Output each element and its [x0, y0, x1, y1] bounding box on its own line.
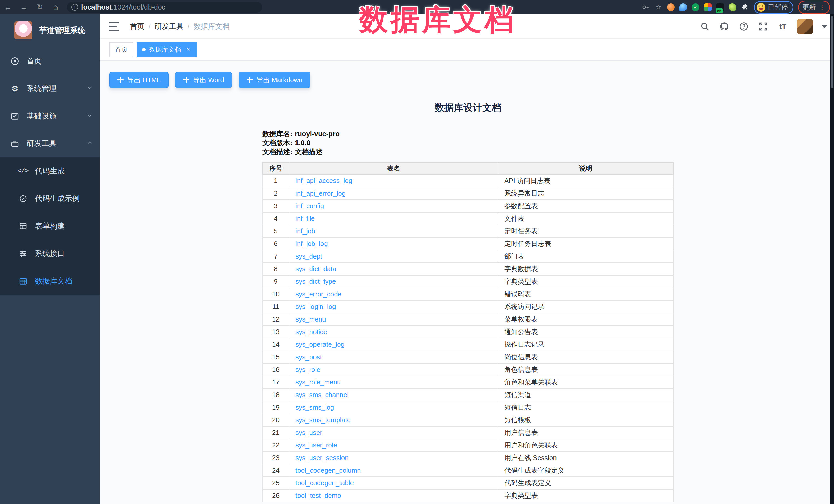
table-link[interactable]: sys_sms_log [295, 403, 334, 411]
row-index-cell: 22 [263, 439, 289, 452]
sidebar-item-dev-tools[interactable]: 研发工具 [0, 130, 100, 157]
table-link[interactable]: tool_codegen_table [295, 479, 354, 487]
table-link[interactable]: inf_api_access_log [295, 177, 352, 184]
row-index-cell: 8 [263, 263, 289, 275]
table-row: 2inf_api_error_log系统异常日志 [263, 187, 674, 200]
table-name-cell: inf_api_access_log [289, 175, 498, 187]
bookmark-star-icon[interactable]: ☆ [654, 3, 662, 11]
tag-home[interactable]: 首页 [109, 42, 133, 57]
extension-icon[interactable] [679, 3, 687, 11]
table-name-cell: sys_role_menu [289, 376, 498, 389]
export-word-button[interactable]: 导出 Word [175, 72, 232, 88]
extension-icon[interactable] [667, 3, 675, 11]
search-icon[interactable] [699, 21, 710, 32]
user-menu-caret-icon[interactable] [822, 25, 827, 28]
table-link[interactable]: sys_dict_data [295, 265, 336, 273]
sidebar-item-form-builder[interactable]: 表单构建 [0, 212, 100, 240]
home-icon[interactable]: ⌂ [48, 0, 64, 15]
table-name-cell: inf_api_error_log [289, 187, 498, 200]
tags-view: 首页 数据库文档 [100, 39, 834, 61]
col-desc-header: 说明 [498, 162, 674, 175]
sidebar-item-label: 研发工具 [27, 138, 57, 149]
breadcrumb: 首页 研发工具 数据库文档 [130, 22, 230, 31]
user-avatar[interactable] [797, 19, 813, 35]
chrome-menu-icon[interactable]: ⋮ [819, 5, 826, 10]
extensions-puzzle-icon[interactable] [741, 3, 749, 11]
table-link[interactable]: sys_login_log [295, 303, 336, 310]
address-bar[interactable]: i localhost:1024/tool/db-doc [67, 2, 262, 13]
table-link[interactable]: sys_menu [295, 315, 326, 323]
row-index-cell: 9 [263, 275, 289, 288]
key-icon[interactable] [641, 3, 650, 11]
extension-icon[interactable]: ✓ [692, 3, 699, 11]
sidebar-item-infrastructure[interactable]: 基础设施 [0, 102, 100, 130]
export-html-button[interactable]: 导出 HTML [109, 72, 169, 88]
row-index-cell: 19 [263, 401, 289, 414]
table-link[interactable]: sys_dict_type [295, 278, 336, 285]
site-info-icon[interactable]: i [71, 4, 78, 10]
row-index-cell: 4 [263, 212, 289, 225]
table-link[interactable]: tool_codegen_column [295, 466, 361, 474]
table-link[interactable]: sys_post [295, 353, 322, 361]
row-index-cell: 20 [263, 414, 289, 426]
extension-icon[interactable]: on [716, 3, 724, 11]
table-desc-cell: 系统访问记录 [498, 301, 674, 313]
table-link[interactable]: inf_api_error_log [295, 190, 346, 197]
extension-icon[interactable] [704, 3, 712, 11]
table-link[interactable]: inf_config [295, 202, 324, 210]
table-row: 13sys_notice通知公告表 [263, 326, 674, 338]
tag-db-doc[interactable]: 数据库文档 [137, 42, 197, 57]
table-desc-cell: 角色信息表 [498, 364, 674, 376]
table-link[interactable]: sys_sms_template [295, 416, 351, 424]
table-name-cell: inf_job [289, 225, 498, 238]
row-index-cell: 23 [263, 452, 289, 464]
table-link[interactable]: sys_operate_log [295, 341, 345, 348]
table-link[interactable]: sys_user [295, 429, 322, 436]
table-link[interactable]: inf_job_log [295, 240, 328, 247]
table-row: 14sys_operate_log操作日志记录 [263, 338, 674, 351]
chevron-up-icon [87, 140, 92, 146]
forward-icon[interactable]: → [16, 0, 32, 15]
table-row: 23sys_user_session用户在线 Session [263, 452, 674, 464]
update-chip[interactable]: 更新 ⋮ [798, 1, 830, 14]
sidebar-item-home[interactable]: 首页 [0, 47, 100, 75]
table-link[interactable]: sys_user_role [295, 441, 337, 449]
browser-scrollbar[interactable] [830, 15, 834, 504]
table-link[interactable]: sys_notice [295, 328, 327, 336]
table-link[interactable]: tool_test_demo [295, 492, 341, 499]
fullscreen-icon[interactable] [758, 21, 769, 32]
back-icon[interactable]: ← [0, 0, 16, 15]
close-icon[interactable] [184, 46, 192, 53]
table-link[interactable]: inf_file [295, 215, 315, 222]
breadcrumb-home[interactable]: 首页 [130, 22, 145, 31]
table-link[interactable]: sys_dept [295, 253, 322, 260]
scrollbar-thumb[interactable] [831, 16, 833, 88]
chevron-down-icon [87, 113, 92, 118]
table-link[interactable]: inf_job [295, 227, 315, 235]
app-logo-row[interactable]: 芋道管理系统 [0, 15, 100, 40]
sidebar-item-system[interactable]: ⚙ 系统管理 [0, 75, 100, 102]
github-icon[interactable] [719, 21, 730, 32]
sidebar-item-codegen-example[interactable]: 代码生成示例 [0, 185, 100, 212]
export-markdown-button[interactable]: 导出 Markdown [239, 72, 310, 88]
help-icon[interactable] [739, 21, 749, 32]
table-link[interactable]: sys_role_menu [295, 378, 341, 386]
row-index-cell: 25 [263, 477, 289, 489]
table-link[interactable]: sys_error_code [295, 290, 342, 298]
sidebar-item-label: 代码生成 [35, 166, 65, 176]
dev-tools-submenu: </> 代码生成 代码生成示例 表单构建 [0, 157, 100, 295]
sidebar-item-system-api[interactable]: 系统接口 [0, 240, 100, 267]
table-link[interactable]: sys_user_session [295, 454, 349, 462]
reload-icon[interactable]: ↻ [32, 0, 48, 15]
collapse-sidebar-icon[interactable] [109, 22, 119, 31]
extension-icon[interactable] [729, 3, 737, 11]
tag-label: 数据库文档 [149, 45, 181, 54]
table-link[interactable]: sys_role [295, 366, 321, 373]
profile-paused-chip[interactable]: 已暂停 [754, 1, 793, 14]
sidebar-item-code-generation[interactable]: </> 代码生成 [0, 157, 100, 185]
font-size-icon[interactable] [777, 21, 788, 32]
sidebar-item-db-doc[interactable]: 数据库文档 [0, 267, 100, 295]
table-link[interactable]: sys_sms_channel [295, 391, 349, 399]
breadcrumb-dev-tools[interactable]: 研发工具 [155, 22, 183, 31]
breadcrumb-separator [149, 22, 151, 30]
